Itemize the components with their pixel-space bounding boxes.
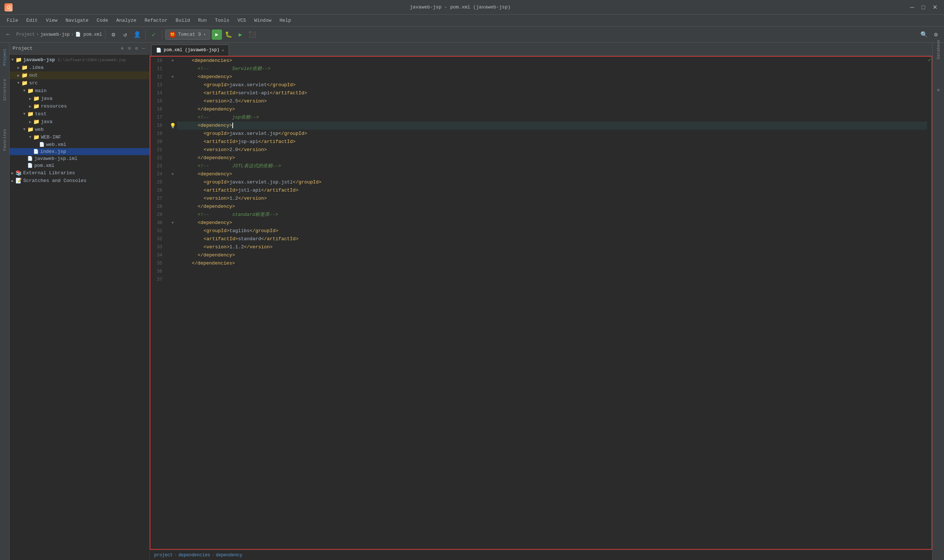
menu-analyze[interactable]: Analyze	[113, 16, 140, 25]
tree-java-test[interactable]: ▶ 📁 java	[9, 118, 150, 126]
menu-refactor[interactable]: Refactor	[141, 16, 171, 25]
fold-22	[168, 154, 177, 162]
profile-icon[interactable]: 👤	[132, 29, 142, 40]
minimize-button[interactable]: ─	[908, 3, 916, 11]
breadcrumb-project[interactable]: project	[154, 552, 173, 558]
menu-vcs[interactable]: VCS	[234, 16, 250, 25]
maximize-button[interactable]: □	[919, 3, 927, 11]
maven-sidebar-tab[interactable]: m	[933, 85, 944, 95]
root-folder-icon: 📁	[15, 57, 22, 63]
menu-help[interactable]: Help	[276, 16, 295, 25]
java-test-label: java	[41, 119, 52, 125]
tag-12: <dependency>	[197, 73, 232, 81]
endtag-19: </groupId>	[278, 130, 307, 138]
vcs-icon[interactable]: ✓	[149, 29, 159, 40]
tree-root[interactable]: ▼ 📁 javaweb-jsp E:\Software\IDEA\javaweb…	[9, 56, 150, 64]
database-sidebar-tab[interactable]: Database	[933, 44, 944, 54]
sync-icon[interactable]: ↺	[120, 29, 131, 40]
endtag-33: </version>	[244, 243, 273, 251]
pom-xml-tab[interactable]: 📄 pom.xml (javaweb-jsp) ✕	[151, 45, 229, 55]
bulb-icon-18[interactable]: 💡	[170, 123, 176, 129]
comment-23: <!-- JSTL表达式的依赖-->	[197, 162, 281, 170]
menu-build[interactable]: Build	[172, 16, 194, 25]
extlibs-label: External Libraries	[23, 170, 75, 176]
out-label: out	[29, 72, 38, 78]
project-tab[interactable]: Project	[1, 46, 8, 69]
code-editor-container: 10 11 12 13 14 15 16 17 18 19 20 21 22 2…	[150, 56, 932, 550]
search-everywhere-icon[interactable]: 🔍	[919, 29, 929, 40]
menu-run[interactable]: Run	[194, 16, 210, 25]
tree-resources[interactable]: ▶ 📁 resources	[9, 102, 150, 110]
endtag-26: </artifactId>	[261, 186, 298, 194]
app-logo: ⬡	[5, 3, 12, 11]
tree-iml[interactable]: 📄 javaweb-jsp.iml	[9, 155, 150, 162]
run-button[interactable]: ▶	[212, 29, 222, 40]
tree-out[interactable]: ▶ 📁 out	[9, 71, 150, 79]
out-folder-icon: 📁	[22, 72, 28, 78]
line-num-31: 31	[150, 227, 165, 235]
fold-30[interactable]: ▼	[168, 219, 177, 227]
tree-java-main[interactable]: ▶ 📁 java	[9, 95, 150, 102]
menu-navigate[interactable]: Navigate	[62, 16, 92, 25]
tree-idea[interactable]: ▶ 📁 .idea	[9, 64, 150, 71]
menu-code[interactable]: Code	[93, 16, 112, 25]
breadcrumb-dependency[interactable]: dependency	[216, 552, 242, 558]
fold-24[interactable]: ▼	[168, 170, 177, 178]
code-line-23: <!-- JSTL表达式的依赖-->	[177, 162, 927, 170]
debug-button[interactable]: 🐛	[224, 29, 234, 40]
locate-file-icon[interactable]: ⊕	[119, 45, 125, 52]
file-ok-icon: ✓	[928, 57, 931, 63]
favorites-vertical-tab[interactable]: Favorites	[1, 126, 8, 154]
fold-12[interactable]: ▼	[168, 73, 177, 81]
code-content[interactable]: <dependencies> <!-- Servlet依赖--> <depend…	[177, 56, 927, 550]
resources-folder-icon: 📁	[33, 103, 39, 109]
collapse-all-icon[interactable]: ⊟	[126, 45, 132, 52]
resources-arrow: ▶	[27, 104, 33, 109]
close-button[interactable]: ✕	[930, 3, 939, 11]
tree-web-inf[interactable]: ▼ 📁 WEB-INF	[9, 133, 150, 141]
tree-web[interactable]: ▼ 📁 web	[9, 126, 150, 133]
src-folder-icon: 📁	[22, 80, 28, 86]
tree-pom[interactable]: 📄 pom.xml	[9, 162, 150, 169]
endtag-32: </artifactId>	[261, 235, 298, 243]
menu-view[interactable]: View	[42, 16, 61, 25]
window-title: javaweb-jsp - pom.xml (javaweb-jsp)	[410, 5, 511, 10]
structure-vertical-tab[interactable]: Structure	[1, 76, 8, 103]
stop-button[interactable]: ⬛	[247, 29, 258, 40]
fold-arrow-24: ▼	[171, 172, 174, 177]
tomcat-config-button[interactable]: 🐱 Tomcat 9 ▾	[165, 29, 210, 40]
panel-close-icon[interactable]: ─	[141, 45, 147, 52]
run-with-coverage-button[interactable]: ▶	[235, 29, 245, 40]
menu-tools[interactable]: Tools	[211, 16, 233, 25]
settings-icon[interactable]: ⚙	[108, 29, 119, 40]
fold-18[interactable]: 💡	[168, 122, 177, 130]
tree-test[interactable]: ▼ 📁 test	[9, 110, 150, 118]
settings-main-icon[interactable]: ⚙	[931, 29, 941, 40]
code-line-26: <artifactId>jstl-api</artifactId>	[177, 186, 927, 194]
java-arrow: ▶	[27, 97, 33, 101]
back-icon[interactable]: ←	[3, 29, 13, 40]
tree-src[interactable]: ▼ 📁 src	[9, 79, 150, 87]
tree-ext-libs[interactable]: ▶ 📚 External Libraries	[9, 169, 150, 177]
tree-main[interactable]: ▼ 📁 main	[9, 87, 150, 95]
fold-10[interactable]: ▼	[168, 57, 177, 65]
idea-label: .idea	[29, 65, 43, 70]
breadcrumb-dependencies[interactable]: dependencies	[179, 552, 210, 558]
menu-window[interactable]: Window	[250, 16, 275, 25]
tree-index-jsp[interactable]: 📄 index.jsp	[9, 148, 150, 155]
tab-close-button[interactable]: ✕	[222, 48, 224, 53]
fold-28	[168, 203, 177, 211]
line-num-13: 13	[150, 81, 165, 89]
tree-scratches[interactable]: ▶ 📝 Scratches and Consoles	[9, 177, 150, 185]
panel-settings-icon[interactable]: ⚙	[134, 45, 139, 52]
code-line-16: </dependency>	[177, 105, 927, 114]
text-13: javax.servlet	[229, 81, 267, 89]
tag-20: <artifactId>	[204, 138, 238, 146]
code-line-24: <dependency>	[177, 170, 927, 178]
left-vertical-tabs: Project Structure Favorites	[0, 43, 9, 560]
tag-32: <artifactId>	[204, 235, 238, 243]
tree-web-xml[interactable]: 📄 web.xml	[9, 141, 150, 148]
menu-file[interactable]: File	[3, 16, 22, 25]
fold-19	[168, 130, 177, 138]
menu-edit[interactable]: Edit	[23, 16, 41, 25]
